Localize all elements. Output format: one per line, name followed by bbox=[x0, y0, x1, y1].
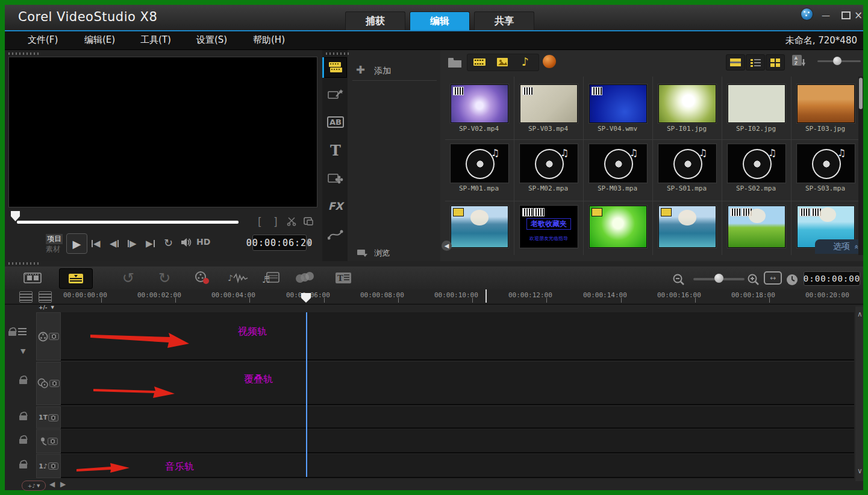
split-clip-icon[interactable] bbox=[287, 216, 298, 226]
thumbnail-sp-v02[interactable] bbox=[451, 84, 508, 123]
thumbnail-row3-2[interactable]: 老歌收藏夹 欢迎朋友光临指导 bbox=[520, 206, 578, 248]
add-track-button[interactable]: +♪▼ bbox=[22, 481, 46, 491]
menu-help[interactable]: 帮助(H) bbox=[253, 34, 285, 46]
filter-videos-icon[interactable] bbox=[470, 55, 489, 68]
panel-drag-handle[interactable] bbox=[8, 52, 40, 55]
scroll-timeline-left[interactable]: ◀ bbox=[49, 480, 55, 488]
thumbnail-sp-s03[interactable]: ♫ bbox=[797, 144, 855, 183]
overlay-track-lock[interactable] bbox=[19, 376, 27, 384]
overlay-track[interactable] bbox=[60, 362, 854, 405]
music-track-lock[interactable] bbox=[19, 460, 27, 468]
track-transparency-icon[interactable] bbox=[291, 268, 317, 288]
tab-share[interactable]: 共享 bbox=[474, 11, 534, 31]
graphic-icon[interactable] bbox=[325, 169, 346, 188]
scrubber-bar[interactable] bbox=[17, 221, 239, 224]
tab-edit[interactable]: 编辑 bbox=[410, 11, 470, 31]
menu-file[interactable]: 文件(F) bbox=[28, 34, 58, 46]
step-back-button[interactable]: ◀ bbox=[110, 238, 119, 249]
project-mode-label[interactable]: 项目 bbox=[46, 234, 63, 244]
filter-photos-icon[interactable] bbox=[493, 55, 511, 68]
add-track-manager-icon[interactable] bbox=[39, 291, 52, 303]
import-folder-icon[interactable] bbox=[448, 57, 462, 68]
clip-mode-label[interactable]: 素材 bbox=[46, 244, 60, 254]
title-track-lock[interactable] bbox=[19, 412, 27, 420]
scroll-up-icon[interactable]: ∧ bbox=[857, 310, 863, 318]
thumbnail-sp-s02[interactable]: ♫ bbox=[728, 144, 785, 183]
thumbnail-sp-m02[interactable]: ♫ bbox=[520, 144, 578, 183]
volume-icon[interactable] bbox=[181, 238, 193, 247]
minimize-button[interactable]: — bbox=[819, 10, 832, 20]
scroll-left-button[interactable]: ◀ bbox=[442, 241, 452, 251]
track-manager-icon[interactable] bbox=[19, 291, 33, 303]
filter-fx-icon[interactable]: FX bbox=[325, 197, 346, 216]
timeline-timecode[interactable]: 0:00:00:00 bbox=[804, 271, 860, 286]
thumbnail-sp-s01[interactable]: ♫ bbox=[658, 144, 716, 183]
sort-az-icon[interactable]: AZ bbox=[792, 54, 806, 69]
duration-clock-icon[interactable] bbox=[785, 270, 799, 289]
close-button[interactable]: × bbox=[852, 10, 865, 20]
auto-music-icon[interactable]: ♬ bbox=[258, 268, 284, 288]
add-gallery-button[interactable]: ✚ 添加 bbox=[356, 63, 391, 77]
view-grid-icon[interactable] bbox=[766, 54, 785, 71]
media-library-icon[interactable] bbox=[325, 58, 346, 77]
scroll-down-icon[interactable]: ∨ bbox=[857, 467, 863, 475]
voice-track[interactable] bbox=[60, 429, 854, 453]
instant-project-icon[interactable] bbox=[325, 85, 346, 104]
tab-capture[interactable]: 捕获 bbox=[345, 11, 405, 31]
thumbnail-row3-4[interactable] bbox=[658, 206, 716, 248]
menu-settings[interactable]: 设置(S) bbox=[196, 34, 227, 46]
play-button[interactable]: ▶ bbox=[66, 233, 87, 254]
subtitle-editor-icon[interactable]: T bbox=[330, 268, 357, 288]
music-track-header[interactable]: 1♪ bbox=[36, 454, 61, 478]
timeline-zoom-slider-thumb[interactable] bbox=[714, 274, 723, 283]
thumbnail-size-slider-thumb[interactable] bbox=[833, 57, 841, 65]
title-icon[interactable]: T bbox=[325, 140, 346, 160]
track-visibility-icon[interactable] bbox=[48, 438, 58, 445]
voice-track-lock[interactable] bbox=[19, 435, 27, 444]
zoom-in-icon[interactable] bbox=[747, 270, 760, 289]
maximize-button[interactable] bbox=[839, 10, 852, 20]
timeline-ruler[interactable]: 00:00:00:00 00:00:02:00 00:00:04:00 00:0… bbox=[5, 289, 863, 304]
browse-button[interactable]: 浏览 bbox=[357, 248, 390, 259]
end-button[interactable]: ▶ bbox=[146, 238, 155, 249]
fit-project-icon[interactable]: ↔ bbox=[764, 271, 782, 285]
thumbnail-row3-5[interactable] bbox=[728, 206, 785, 248]
overlay-track-header[interactable] bbox=[36, 362, 61, 405]
thumbnail-row3-3[interactable] bbox=[589, 206, 647, 248]
corel-guide-icon[interactable] bbox=[801, 8, 813, 20]
timeline-playhead-handle[interactable] bbox=[301, 293, 311, 303]
thumbnail-sp-i01[interactable] bbox=[658, 84, 716, 123]
collapse-tracks-caret[interactable]: ▼ bbox=[20, 347, 25, 355]
video-track[interactable] bbox=[60, 312, 854, 361]
title-track-header[interactable]: 1T bbox=[36, 406, 61, 429]
timeline-scrollbar[interactable]: ∧ ∨ bbox=[855, 306, 863, 481]
timecode-spinner[interactable]: ▲▼ bbox=[307, 235, 310, 250]
thumbnail-sp-v04[interactable] bbox=[589, 84, 647, 123]
voice-track-header[interactable] bbox=[36, 429, 61, 453]
track-visibility-icon[interactable] bbox=[48, 414, 58, 421]
smart-package-icon[interactable] bbox=[543, 55, 556, 68]
transition-icon[interactable]: AB bbox=[325, 112, 346, 131]
motion-path-icon[interactable] bbox=[325, 225, 346, 244]
video-track-header[interactable] bbox=[36, 312, 61, 361]
preview-timecode[interactable]: 00:00:06:20 bbox=[252, 235, 307, 251]
mark-out-icon[interactable]: ] bbox=[273, 216, 278, 228]
video-track-lock[interactable] bbox=[8, 327, 27, 336]
menu-tools[interactable]: 工具(T) bbox=[140, 34, 171, 46]
thumbnail-sp-v03[interactable] bbox=[520, 84, 578, 123]
track-visibility-icon[interactable] bbox=[49, 333, 59, 340]
thumbnail-row3-1[interactable] bbox=[451, 206, 508, 248]
timeline-view-button[interactable] bbox=[59, 268, 93, 289]
thumbnail-sp-i02[interactable] bbox=[728, 84, 785, 123]
scroll-timeline-right[interactable]: ▶ bbox=[60, 480, 66, 488]
view-list-icon[interactable] bbox=[746, 54, 765, 71]
zoom-out-icon[interactable] bbox=[672, 270, 685, 289]
track-visibility-icon[interactable] bbox=[48, 462, 58, 470]
title-track[interactable] bbox=[60, 406, 854, 429]
storyboard-view-button[interactable] bbox=[17, 268, 48, 288]
track-visibility-icon[interactable] bbox=[49, 380, 60, 387]
hd-toggle[interactable]: HD bbox=[196, 237, 210, 247]
view-thumbnail-icon[interactable] bbox=[726, 54, 745, 71]
preview-video-area[interactable] bbox=[8, 57, 317, 207]
repeat-icon[interactable]: ↻ bbox=[164, 236, 173, 249]
